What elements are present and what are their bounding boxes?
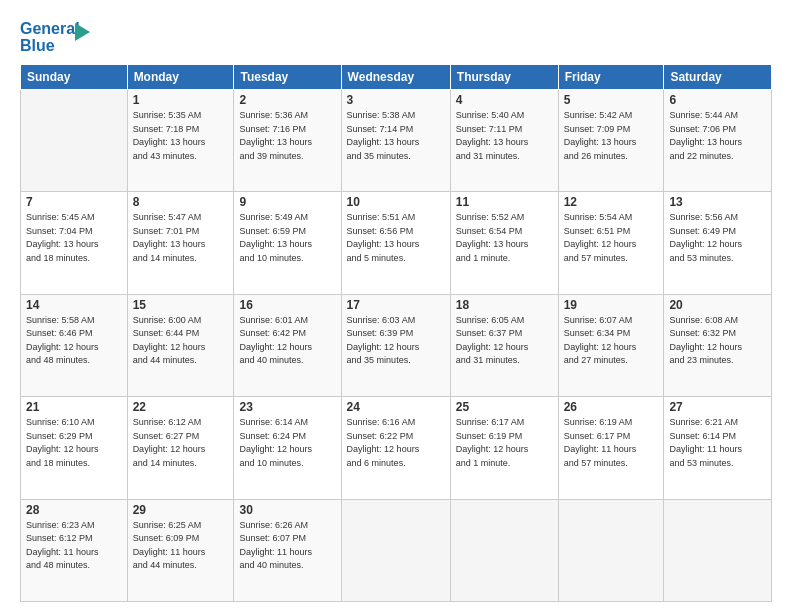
weekday-header-thursday: Thursday — [450, 65, 558, 90]
calendar-cell — [450, 499, 558, 601]
day-info: Sunrise: 5:35 AM Sunset: 7:18 PM Dayligh… — [133, 109, 229, 163]
day-number: 11 — [456, 195, 553, 209]
calendar-cell: 19Sunrise: 6:07 AM Sunset: 6:34 PM Dayli… — [558, 294, 664, 396]
page: GeneralBlue SundayMondayTuesdayWednesday… — [0, 0, 792, 612]
day-info: Sunrise: 6:16 AM Sunset: 6:22 PM Dayligh… — [347, 416, 445, 470]
day-number: 25 — [456, 400, 553, 414]
day-info: Sunrise: 5:58 AM Sunset: 6:46 PM Dayligh… — [26, 314, 122, 368]
day-info: Sunrise: 5:47 AM Sunset: 7:01 PM Dayligh… — [133, 211, 229, 265]
calendar-cell: 8Sunrise: 5:47 AM Sunset: 7:01 PM Daylig… — [127, 192, 234, 294]
day-number: 23 — [239, 400, 335, 414]
day-number: 18 — [456, 298, 553, 312]
day-info: Sunrise: 5:44 AM Sunset: 7:06 PM Dayligh… — [669, 109, 766, 163]
calendar-table: SundayMondayTuesdayWednesdayThursdayFrid… — [20, 64, 772, 602]
calendar-cell: 5Sunrise: 5:42 AM Sunset: 7:09 PM Daylig… — [558, 90, 664, 192]
day-info: Sunrise: 5:51 AM Sunset: 6:56 PM Dayligh… — [347, 211, 445, 265]
calendar-cell: 20Sunrise: 6:08 AM Sunset: 6:32 PM Dayli… — [664, 294, 772, 396]
day-info: Sunrise: 6:17 AM Sunset: 6:19 PM Dayligh… — [456, 416, 553, 470]
day-info: Sunrise: 5:49 AM Sunset: 6:59 PM Dayligh… — [239, 211, 335, 265]
day-info: Sunrise: 5:54 AM Sunset: 6:51 PM Dayligh… — [564, 211, 659, 265]
day-number: 27 — [669, 400, 766, 414]
day-number: 5 — [564, 93, 659, 107]
svg-text:Blue: Blue — [20, 37, 55, 54]
calendar-cell: 24Sunrise: 6:16 AM Sunset: 6:22 PM Dayli… — [341, 397, 450, 499]
day-info: Sunrise: 6:14 AM Sunset: 6:24 PM Dayligh… — [239, 416, 335, 470]
day-info: Sunrise: 6:08 AM Sunset: 6:32 PM Dayligh… — [669, 314, 766, 368]
weekday-header-sunday: Sunday — [21, 65, 128, 90]
day-number: 7 — [26, 195, 122, 209]
day-info: Sunrise: 6:23 AM Sunset: 6:12 PM Dayligh… — [26, 519, 122, 573]
day-info: Sunrise: 5:42 AM Sunset: 7:09 PM Dayligh… — [564, 109, 659, 163]
calendar-week-row: 28Sunrise: 6:23 AM Sunset: 6:12 PM Dayli… — [21, 499, 772, 601]
logo: GeneralBlue — [20, 18, 90, 54]
calendar-cell — [558, 499, 664, 601]
day-info: Sunrise: 6:05 AM Sunset: 6:37 PM Dayligh… — [456, 314, 553, 368]
calendar-cell: 9Sunrise: 5:49 AM Sunset: 6:59 PM Daylig… — [234, 192, 341, 294]
day-number: 29 — [133, 503, 229, 517]
day-number: 20 — [669, 298, 766, 312]
day-info: Sunrise: 6:21 AM Sunset: 6:14 PM Dayligh… — [669, 416, 766, 470]
calendar-cell: 12Sunrise: 5:54 AM Sunset: 6:51 PM Dayli… — [558, 192, 664, 294]
calendar-cell: 11Sunrise: 5:52 AM Sunset: 6:54 PM Dayli… — [450, 192, 558, 294]
day-number: 13 — [669, 195, 766, 209]
day-info: Sunrise: 6:00 AM Sunset: 6:44 PM Dayligh… — [133, 314, 229, 368]
calendar-cell: 2Sunrise: 5:36 AM Sunset: 7:16 PM Daylig… — [234, 90, 341, 192]
day-number: 10 — [347, 195, 445, 209]
day-info: Sunrise: 5:52 AM Sunset: 6:54 PM Dayligh… — [456, 211, 553, 265]
day-info: Sunrise: 5:45 AM Sunset: 7:04 PM Dayligh… — [26, 211, 122, 265]
day-number: 17 — [347, 298, 445, 312]
day-number: 30 — [239, 503, 335, 517]
calendar-cell: 15Sunrise: 6:00 AM Sunset: 6:44 PM Dayli… — [127, 294, 234, 396]
calendar-week-row: 14Sunrise: 5:58 AM Sunset: 6:46 PM Dayli… — [21, 294, 772, 396]
day-number: 3 — [347, 93, 445, 107]
day-number: 2 — [239, 93, 335, 107]
day-number: 6 — [669, 93, 766, 107]
calendar-cell: 30Sunrise: 6:26 AM Sunset: 6:07 PM Dayli… — [234, 499, 341, 601]
day-number: 19 — [564, 298, 659, 312]
calendar-cell: 7Sunrise: 5:45 AM Sunset: 7:04 PM Daylig… — [21, 192, 128, 294]
weekday-header-saturday: Saturday — [664, 65, 772, 90]
svg-text:General: General — [20, 20, 80, 37]
calendar-cell: 21Sunrise: 6:10 AM Sunset: 6:29 PM Dayli… — [21, 397, 128, 499]
day-info: Sunrise: 6:01 AM Sunset: 6:42 PM Dayligh… — [239, 314, 335, 368]
calendar-cell — [664, 499, 772, 601]
day-number: 21 — [26, 400, 122, 414]
day-number: 15 — [133, 298, 229, 312]
day-info: Sunrise: 5:38 AM Sunset: 7:14 PM Dayligh… — [347, 109, 445, 163]
calendar-cell: 17Sunrise: 6:03 AM Sunset: 6:39 PM Dayli… — [341, 294, 450, 396]
calendar-cell: 16Sunrise: 6:01 AM Sunset: 6:42 PM Dayli… — [234, 294, 341, 396]
calendar-cell: 27Sunrise: 6:21 AM Sunset: 6:14 PM Dayli… — [664, 397, 772, 499]
calendar-cell: 3Sunrise: 5:38 AM Sunset: 7:14 PM Daylig… — [341, 90, 450, 192]
calendar-cell: 29Sunrise: 6:25 AM Sunset: 6:09 PM Dayli… — [127, 499, 234, 601]
calendar-cell: 28Sunrise: 6:23 AM Sunset: 6:12 PM Dayli… — [21, 499, 128, 601]
calendar-week-row: 1Sunrise: 5:35 AM Sunset: 7:18 PM Daylig… — [21, 90, 772, 192]
calendar-cell: 1Sunrise: 5:35 AM Sunset: 7:18 PM Daylig… — [127, 90, 234, 192]
day-number: 8 — [133, 195, 229, 209]
weekday-header-monday: Monday — [127, 65, 234, 90]
day-info: Sunrise: 6:10 AM Sunset: 6:29 PM Dayligh… — [26, 416, 122, 470]
calendar-week-row: 7Sunrise: 5:45 AM Sunset: 7:04 PM Daylig… — [21, 192, 772, 294]
day-info: Sunrise: 6:19 AM Sunset: 6:17 PM Dayligh… — [564, 416, 659, 470]
day-info: Sunrise: 5:56 AM Sunset: 6:49 PM Dayligh… — [669, 211, 766, 265]
calendar-week-row: 21Sunrise: 6:10 AM Sunset: 6:29 PM Dayli… — [21, 397, 772, 499]
calendar-cell: 14Sunrise: 5:58 AM Sunset: 6:46 PM Dayli… — [21, 294, 128, 396]
day-info: Sunrise: 6:03 AM Sunset: 6:39 PM Dayligh… — [347, 314, 445, 368]
day-number: 1 — [133, 93, 229, 107]
day-info: Sunrise: 6:26 AM Sunset: 6:07 PM Dayligh… — [239, 519, 335, 573]
header: GeneralBlue — [20, 18, 772, 54]
day-info: Sunrise: 6:07 AM Sunset: 6:34 PM Dayligh… — [564, 314, 659, 368]
logo-svg: GeneralBlue — [20, 18, 90, 54]
calendar-cell: 4Sunrise: 5:40 AM Sunset: 7:11 PM Daylig… — [450, 90, 558, 192]
calendar-cell: 25Sunrise: 6:17 AM Sunset: 6:19 PM Dayli… — [450, 397, 558, 499]
day-number: 22 — [133, 400, 229, 414]
day-number: 4 — [456, 93, 553, 107]
calendar-cell: 10Sunrise: 5:51 AM Sunset: 6:56 PM Dayli… — [341, 192, 450, 294]
calendar-cell: 26Sunrise: 6:19 AM Sunset: 6:17 PM Dayli… — [558, 397, 664, 499]
svg-marker-2 — [75, 23, 90, 41]
day-number: 26 — [564, 400, 659, 414]
calendar-cell: 23Sunrise: 6:14 AM Sunset: 6:24 PM Dayli… — [234, 397, 341, 499]
calendar-cell — [341, 499, 450, 601]
day-info: Sunrise: 5:36 AM Sunset: 7:16 PM Dayligh… — [239, 109, 335, 163]
weekday-header-wednesday: Wednesday — [341, 65, 450, 90]
day-number: 9 — [239, 195, 335, 209]
